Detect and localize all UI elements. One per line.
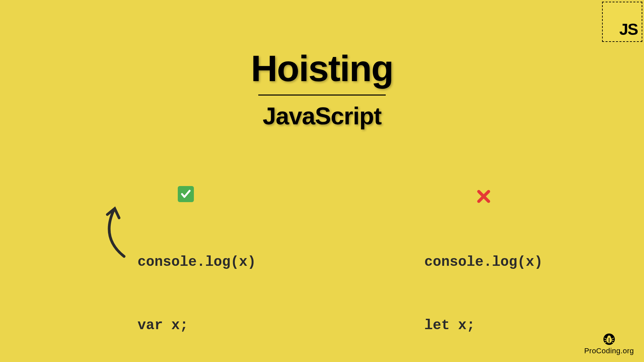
code-example-var: console.log(x) var x; — [138, 209, 256, 357]
title-divider — [258, 95, 386, 96]
js-badge-text: JS — [619, 20, 638, 39]
curved-arrow-svg — [97, 204, 131, 258]
check-icon — [178, 186, 194, 202]
cross-icon — [476, 188, 491, 208]
code-line-1: console.log(x) — [138, 252, 256, 273]
checkmark-svg — [180, 188, 192, 200]
hoist-arrow-icon — [97, 204, 131, 258]
code-line-2: let x; — [424, 315, 543, 336]
crossmark-svg — [476, 189, 491, 204]
code-example-let: console.log(x) let x; — [424, 209, 543, 357]
footer-brand-text: ProCoding.org — [584, 347, 634, 355]
code-line-1: console.log(x) — [424, 252, 543, 273]
js-badge: JS — [602, 2, 642, 42]
code-line-2: var x; — [138, 315, 256, 336]
bug-icon — [603, 333, 615, 345]
page-title: Hoisting — [251, 47, 393, 89]
footer-brand: ProCoding.org — [584, 333, 634, 355]
header-container: Hoisting JavaScript — [251, 47, 393, 130]
page-subtitle: JavaScript — [251, 102, 393, 130]
